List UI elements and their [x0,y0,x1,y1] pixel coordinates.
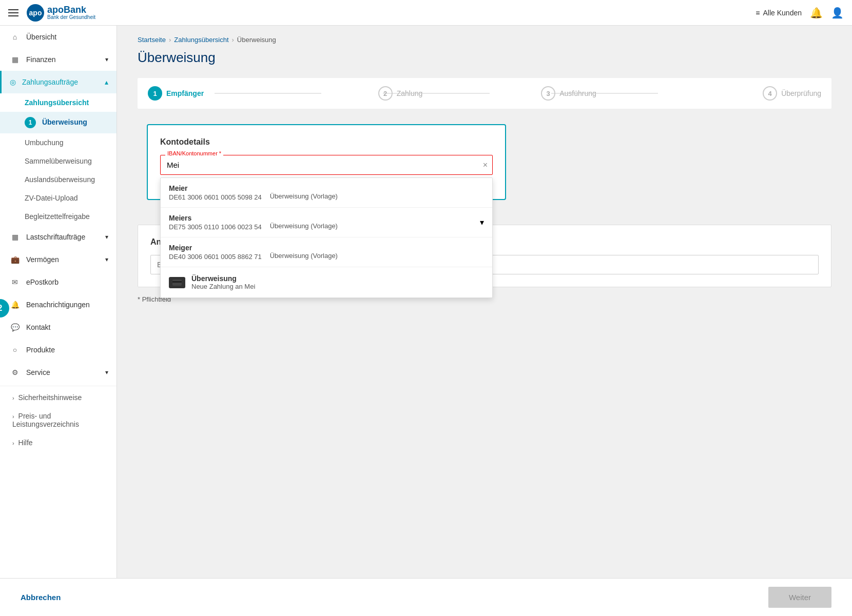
zahlungsauftraege-icon: ◎ [10,78,16,86]
logo-text-block: apoBank Bank der Gesundheit [47,5,95,20]
dropdown-item-meiger-row: Meiger DE40 3006 0601 0005 8862 71 Überw… [169,244,484,261]
sidebar-item-epostkorb[interactable]: ✉ ePostkorb [0,271,117,293]
service-icon: ⚙ [10,368,20,376]
sidebar-item-label: Finanzen [26,55,56,64]
step-4-num: 4 [763,86,777,101]
dropdown-item-name: Meier [169,184,338,192]
produkte-icon: ○ [10,346,20,354]
sidebar-item-label: ePostkorb [26,278,59,286]
breadcrumb-sep-1: › [169,36,171,44]
logo-circle: apo [27,4,44,22]
topbar: apo apoBank Bank der Gesundheit ≡ Alle K… [0,0,852,26]
iban-clear-button[interactable]: × [483,161,488,170]
sidebar-subitem-begleitzettelfreigabe[interactable]: Begleitzettelfreigabe [0,207,117,226]
sidebar-subitem-auslandsueberweisung[interactable]: Auslandsüberweisung [0,170,117,189]
sidebar-item-uebersicht[interactable]: ⌂ Übersicht [0,26,117,48]
dropdown-item-meiers-row: Meiers DE75 3005 0110 1006 0023 54 Überw… [169,214,484,231]
dropdown-select-icon: ▾ [480,217,484,227]
sidebar-subitem-zv-datei-upload[interactable]: ZV-Datei-Upload [0,189,117,207]
dropdown-item-name: Meiger [169,244,338,252]
sidebar-footer-hilfe[interactable]: › Hilfe [0,433,117,452]
sidebar-item-lastschriftauftraege[interactable]: ▦ Lastschriftaufträge ▾ [0,226,117,248]
step-1-label: Empfänger [166,89,204,97]
alle-kunden-label: Alle Kunden [763,9,802,17]
next-button[interactable]: Weiter [768,587,831,608]
cancel-button[interactable]: Abbrechen [21,593,61,602]
sidebar-item-zahlungsauftraege[interactable]: ◎ Zahlungsaufträge ▴ [0,71,117,93]
sidebar-footer-preis[interactable]: › Preis- und Leistungsverzeichnis [0,407,117,433]
sidebar-item-label: Kontakt [26,323,50,331]
home-icon: ⌂ [10,33,20,41]
dropdown-item-meier-info: Meier DE61 3006 0601 0005 5098 24 Überwe… [169,184,338,201]
sidebar-subitem-ueberweisung[interactable]: 1 Überweisung [0,112,117,133]
sidebar: ⌂ Übersicht ▦ Finanzen ▾ ◎ Zahlungsauftr… [0,26,117,578]
dropdown-item-meiger-info: Meiger DE40 3006 0601 0005 8862 71 Überw… [169,244,338,261]
bell-icon: 🔔 [10,301,20,309]
step-2-label: Zahlung [397,89,423,97]
user-button[interactable]: 👤 [831,7,844,19]
breadcrumb-current: Überweisung [237,36,276,44]
kontakt-icon: 💬 [10,323,20,331]
sidebar-item-label: Service [26,368,50,376]
logo-subtext: Bank der Gesundheit [47,14,95,20]
sidebar-item-benachrichtigungen[interactable]: 🔔 Benachrichtigungen [0,293,117,316]
dropdown-item-iban: DE40 3006 0601 0005 8862 71 [169,253,262,261]
dropdown-new-payment[interactable]: Überweisung Neue Zahlung an Mei [161,267,492,297]
iban-input[interactable] [160,155,493,175]
steps-indicator: 1 Empfänger 2 Zahlung 3 Ausführung 4 Übe… [138,78,831,109]
sidebar-item-vermoegen[interactable]: 💼 Vermögen ▾ [0,248,117,271]
chevron-down-icon: ▾ [105,56,108,63]
sidebar-item-label: Produkte [26,346,55,354]
step-badge: 1 [25,117,36,128]
chevron-down-icon: ▾ [105,256,108,263]
sidebar-subitem-zahlungsuebersicht[interactable]: Zahlungsübersicht [0,93,117,112]
ueberweisung-label: Überweisung [42,118,87,126]
sidebar-item-label: Zahlungsaufträge [22,78,78,86]
sidebar-item-service[interactable]: ⚙ Service ▾ [0,361,117,384]
menu-icon[interactable] [8,9,18,16]
dropdown-item-type: Überweisung (Vorlage) [270,252,338,261]
step-3: 3 Ausführung [485,86,653,101]
sidebar-item-kontakt[interactable]: 💬 Kontakt [0,316,117,339]
vermoegen-icon: 💼 [10,255,20,264]
sidebar-item-label: Lastschriftaufträge [26,233,85,241]
breadcrumb: Startseite › Zahlungsübersicht › Überwei… [138,36,831,44]
breadcrumb-sep-2: › [232,36,234,44]
step-2: 2 Zahlung [316,86,485,101]
sidebar-item-label: Benachrichtigungen [26,301,90,309]
sidebar-subitem-sammelueberweisung[interactable]: Sammelüberweisung [0,152,117,170]
step-1-num: 1 [148,86,162,101]
breadcrumb-zahlungsuebersicht[interactable]: Zahlungsübersicht [174,36,228,44]
zahlungsauftraege-submenu: Zahlungsübersicht 1 Überweisung Umbuchun… [0,93,117,226]
logo-initials: apo [29,9,42,17]
chevron-down-icon: ▾ [105,233,108,241]
expand-icon: › [12,440,14,446]
epostkorb-icon: ✉ [10,278,20,286]
dropdown-item-meiers[interactable]: Meiers DE75 3005 0110 1006 0023 54 Überw… [161,208,492,237]
dropdown-item-meier[interactable]: Meier DE61 3006 0601 0005 5098 24 Überwe… [161,178,492,208]
iban-label: IBAN/Kontonummer * [165,150,223,156]
step-4-label: Überprüfung [781,89,821,97]
chevron-down-icon: ▾ [105,369,108,376]
sidebar-subitem-umbuchung[interactable]: Umbuchung [0,133,117,152]
dropdown-item-meiger[interactable]: Meiger DE40 3006 0601 0005 8862 71 Überw… [161,237,492,267]
expand-icon: › [12,413,14,420]
sidebar-item-label: Übersicht [26,33,56,41]
lastschrift-icon: ▦ [10,233,20,241]
logo: apo apoBank Bank der Gesundheit [27,4,95,22]
layout: ⌂ Übersicht ▦ Finanzen ▾ ◎ Zahlungsauftr… [0,26,852,578]
topbar-right: ≡ Alle Kunden 🔔 👤 [756,7,844,19]
dropdown-new-sublabel: Neue Zahlung an Mei [191,283,255,290]
breadcrumb-startseite[interactable]: Startseite [138,36,166,44]
sidebar-item-finanzen[interactable]: ▦ Finanzen ▾ [0,48,117,71]
filter-icon: ≡ [756,9,760,17]
step-1: 1 Empfänger [148,86,316,101]
svg-rect-1 [172,281,182,283]
sidebar-footer-sicherheitshinweise[interactable]: › Sicherheitshinweise [0,388,117,407]
dropdown-item-iban: DE75 3005 0110 1006 0023 54 [169,223,262,231]
alle-kunden-button[interactable]: ≡ Alle Kunden [756,9,802,17]
notification-button[interactable]: 🔔 [810,7,823,19]
dropdown-item-meier-row: Meier DE61 3006 0601 0005 5098 24 Überwe… [169,184,484,201]
main-content: Startseite › Zahlungsübersicht › Überwei… [117,26,852,578]
sidebar-item-produkte[interactable]: ○ Produkte [0,339,117,361]
